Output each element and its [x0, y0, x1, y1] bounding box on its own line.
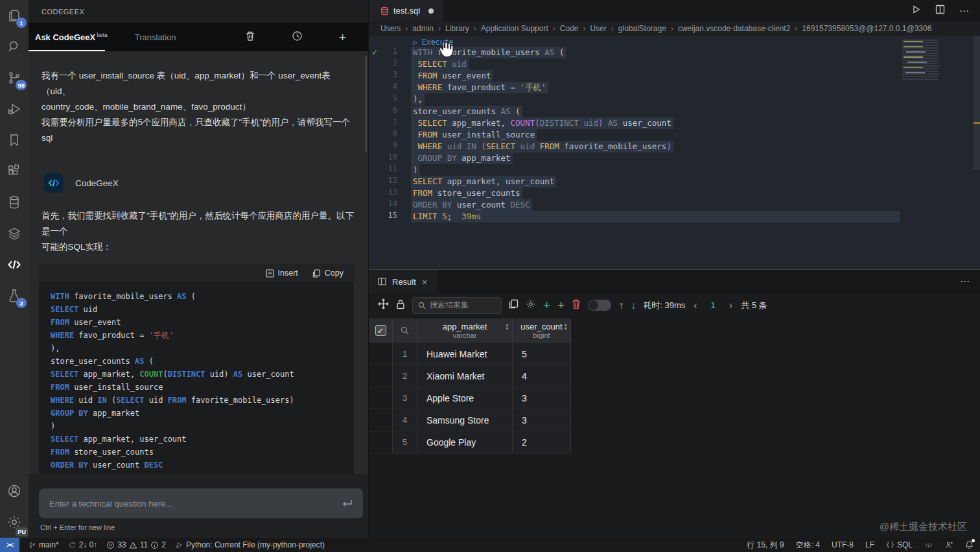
next-page-icon[interactable]: ›	[728, 300, 734, 311]
close-result-icon[interactable]: ×	[422, 276, 428, 287]
explorer-icon[interactable]: 1	[0, 0, 29, 31]
history-icon[interactable]	[292, 30, 303, 44]
move-icon[interactable]	[378, 298, 389, 312]
git-branch-item[interactable]: main*	[29, 540, 59, 549]
lock-icon[interactable]	[396, 299, 405, 312]
breadcrumb-item[interactable]: admin	[412, 24, 434, 33]
breadcrumb-item[interactable]: Library	[445, 24, 469, 33]
sync-item[interactable]: 2↓ 0↑	[68, 540, 98, 549]
codegeex-status-icon[interactable]	[924, 541, 933, 549]
chat-scroll-area[interactable]: 我有一个 user_install_source 表（uid、app_marke…	[29, 51, 368, 474]
eol-sequence[interactable]: LF	[865, 540, 874, 549]
table-row[interactable]: 2Xiaomi Market4	[369, 365, 571, 387]
prev-page-icon[interactable]: ‹	[692, 300, 698, 311]
extensions-icon[interactable]	[0, 156, 29, 187]
profile-badge: PU	[16, 527, 28, 536]
edit-mode-toggle[interactable]	[588, 300, 611, 311]
tab-result[interactable]: Result ×	[369, 270, 437, 293]
sync-icon	[68, 541, 76, 549]
breadcrumb-item[interactable]: Code	[560, 24, 579, 33]
total-rows: 共 5 条	[741, 300, 767, 311]
new-chat-plus-icon[interactable]: +	[339, 31, 346, 43]
search-icon[interactable]	[0, 31, 29, 62]
table-row[interactable]: 3Apple Store3	[369, 387, 571, 409]
table-row[interactable]: 5Google Play2	[369, 431, 571, 453]
result-search-input[interactable]: 搜索结果集	[412, 297, 502, 314]
sidebar-scrollbar[interactable]	[365, 55, 367, 152]
line-number: 9	[369, 141, 397, 150]
codegeex-icon[interactable]	[0, 249, 29, 280]
insert-icon	[266, 269, 274, 278]
result-more-actions-icon[interactable]: ⋯	[960, 276, 970, 287]
chat-code-line: GROUP BY app_market	[51, 407, 354, 420]
breadcrumb-item[interactable]: cweijan.vscode-database-client2	[678, 24, 790, 33]
breadcrumb-item[interactable]: 1691573958053@@127.0.0.1@3306	[802, 24, 931, 33]
sort-up-icon[interactable]: ↑	[618, 300, 624, 311]
add-column-icon[interactable]: +	[557, 299, 565, 311]
tab-ask-codegeex[interactable]: Ask CodeGeeXbeta	[35, 32, 108, 42]
select-all-checkbox[interactable]: ✓	[375, 325, 386, 336]
sort-arrows-icon[interactable]: ▲▼	[563, 323, 568, 331]
bookmarks-icon[interactable]	[0, 125, 29, 156]
insert-button[interactable]: Insert	[266, 269, 298, 278]
layers-icon[interactable]	[0, 218, 29, 249]
submit-enter-icon[interactable]	[341, 499, 353, 508]
remote-indicator[interactable]: ><	[0, 538, 19, 552]
settings-gear-icon[interactable]: PU	[0, 507, 29, 538]
question-input[interactable]: Enter a technical question here...	[39, 488, 363, 518]
breadcrumb-item[interactable]: Application Support	[481, 24, 548, 33]
run-debug-icon[interactable]	[0, 93, 29, 125]
code-line: )	[413, 164, 420, 176]
column-header-user-count[interactable]: user_count bigint ▲▼	[513, 318, 571, 342]
account-icon[interactable]	[0, 475, 29, 507]
result-tab-bar: Result × ⋯	[369, 270, 980, 293]
code-line: ORDER BY user_count DESC	[413, 199, 532, 211]
export-copy-icon[interactable]	[509, 299, 519, 311]
code-line: FROM user_install_source	[413, 129, 537, 141]
chat-code-line: SELECT app_market, user_count	[51, 433, 354, 446]
column-header-app-market[interactable]: app_market varchar ▲▼	[417, 318, 513, 342]
sort-arrows-icon[interactable]: ▲▼	[505, 323, 509, 331]
language-mode[interactable]: SQL	[886, 540, 913, 549]
problems-item[interactable]: 33 11 2	[106, 540, 166, 549]
test-explorer-icon[interactable]: 3	[0, 280, 29, 311]
feedback-icon[interactable]	[945, 541, 953, 549]
breadcrumb-item[interactable]: User	[590, 24, 606, 33]
editor-more-actions-icon[interactable]: ⋯	[959, 5, 970, 17]
table-row[interactable]: 1Huawei Market5	[369, 342, 571, 365]
tab-test-sql[interactable]: test.sql	[369, 0, 443, 21]
sql-editor[interactable]: ▷ Execute ✓ 123456789101112131415 WITH f…	[369, 36, 980, 269]
encoding[interactable]: UTF-8	[832, 540, 854, 549]
delete-row-trash-icon[interactable]	[572, 299, 581, 312]
database-icon[interactable]	[0, 187, 29, 218]
modified-dot-icon[interactable]	[428, 8, 434, 14]
notifications-bell-icon[interactable]	[965, 540, 974, 549]
run-query-icon[interactable]	[911, 5, 921, 17]
split-editor-icon[interactable]	[935, 5, 945, 17]
sql-code-card: Insert Copy WITH favorite_mobile_users A…	[39, 264, 354, 474]
branch-icon	[29, 541, 36, 549]
line-number: 12	[369, 176, 397, 185]
assistant-intro: 首先，我们需要找到收藏了"手机"的用户，然后统计每个应用商店的用户量。以下是一个…	[41, 208, 355, 255]
editor-scrollbar[interactable]	[974, 36, 980, 170]
table-row[interactable]: 4Samsung Store3	[369, 409, 571, 431]
result-settings-gear-icon[interactable]	[526, 299, 536, 312]
source-control-icon[interactable]: 98	[0, 62, 29, 93]
result-table: ✓ app_market varchar ▲▼ user_count bigin…	[369, 318, 571, 453]
breadcrumb-item[interactable]: globalStorage	[618, 24, 666, 33]
scrollbar-marker	[974, 122, 980, 124]
errors-icon	[106, 541, 115, 549]
copy-button[interactable]: Copy	[312, 269, 344, 278]
tab-translation[interactable]: Translation	[135, 32, 176, 42]
cursor-position[interactable]: 行 15, 列 9	[747, 540, 784, 551]
minimap[interactable]	[902, 40, 939, 80]
clear-chat-trash-icon[interactable]	[245, 30, 255, 44]
python-interpreter-item[interactable]: Python: Current File (my-python-project)	[175, 540, 325, 549]
filter-search-icon[interactable]	[401, 326, 409, 335]
sort-down-icon[interactable]: ↓	[631, 300, 636, 311]
breadcrumb-item[interactable]: Users	[380, 24, 401, 33]
indentation[interactable]: 空格: 4	[796, 540, 820, 551]
tab-filename: test.sql	[393, 6, 420, 16]
result-panel-icon	[378, 278, 386, 285]
add-row-icon[interactable]: +	[543, 299, 550, 311]
